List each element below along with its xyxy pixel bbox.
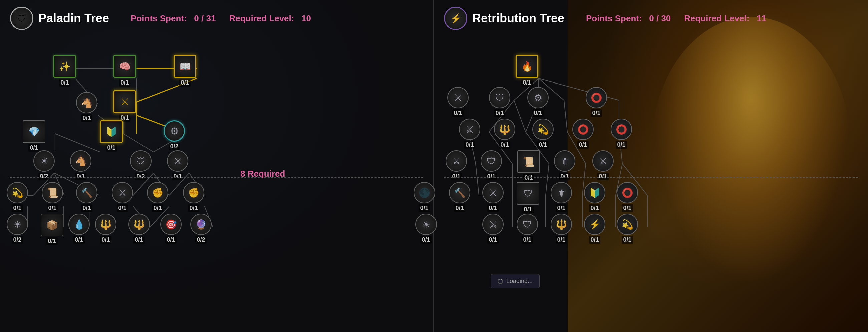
retrib-r18-icon[interactable]: ⚔	[482, 182, 503, 203]
retrib-node-r19[interactable]: 🛡 0/1	[517, 182, 539, 214]
retrib-r17-icon[interactable]: 🔨	[449, 182, 470, 203]
paladin-node-p5[interactable]: 🐴 0/1	[76, 92, 97, 122]
paladin-p11-icon[interactable]: 🛡	[130, 150, 152, 172]
paladin-p19-icon[interactable]: ☀	[7, 214, 28, 235]
retrib-r23-icon[interactable]: ☀	[415, 214, 437, 235]
retrib-node-r14[interactable]: 🗡 0/1	[554, 150, 575, 181]
paladin-p23-icon[interactable]: 🔱	[128, 214, 150, 235]
paladin-p18-icon[interactable]: ✊	[183, 182, 204, 203]
paladin-p22-icon[interactable]: 🔱	[95, 214, 117, 235]
retrib-r5-icon[interactable]: ⭕	[586, 87, 607, 108]
paladin-node-p23[interactable]: 🔱 0/1	[128, 214, 150, 244]
retrib-node-r10b[interactable]: ⭕ 0/1	[611, 118, 632, 149]
paladin-p10-icon[interactable]: 🐴	[70, 150, 91, 172]
paladin-node-p14[interactable]: 📜 0/1	[42, 182, 63, 212]
retrib-r13-icon[interactable]: 📜	[517, 150, 540, 173]
paladin-node-p24[interactable]: 🎯 0/1	[160, 214, 182, 244]
retrib-node-r4[interactable]: ⚙ 0/1	[527, 87, 549, 117]
paladin-p21-icon[interactable]: 💧	[68, 214, 90, 235]
retrib-r28-icon[interactable]: 💫	[617, 214, 638, 235]
paladin-node-p18[interactable]: ✊ 0/1	[183, 182, 204, 212]
retrib-r19-icon[interactable]: 🛡	[517, 182, 539, 205]
paladin-p1-icon[interactable]: ✨	[53, 55, 76, 78]
retrib-node-r27[interactable]: ⚡ 0/1	[584, 214, 606, 244]
paladin-node-p8[interactable]: ⚙ 0/2	[163, 120, 185, 150]
retrib-r3-icon[interactable]: 🛡	[489, 87, 510, 108]
retrib-node-r16[interactable]: 🌑 0/1	[414, 182, 435, 212]
retrib-node-r15[interactable]: ⚔ 0/1	[592, 150, 614, 181]
retrib-node-r3[interactable]: 🛡 0/1	[489, 87, 510, 117]
retrib-r8-icon[interactable]: 🔱	[494, 118, 515, 140]
retrib-node-r5[interactable]: ⭕ 0/1	[586, 87, 607, 117]
retrib-r25-icon[interactable]: 🛡	[517, 214, 538, 235]
paladin-p7-icon[interactable]: 🔰	[100, 120, 123, 143]
paladin-p12-icon[interactable]: ⚔	[167, 150, 188, 172]
retrib-r20-icon[interactable]: 🗡	[551, 182, 572, 203]
retrib-node-r28[interactable]: 💫 0/1	[617, 214, 638, 244]
retrib-node-r12[interactable]: 🛡 0/1	[480, 150, 502, 181]
retrib-r21-icon[interactable]: 🔰	[584, 182, 606, 203]
retrib-node-r26[interactable]: 🔱 0/1	[551, 214, 572, 244]
retrib-node-r23[interactable]: ☀ 0/1	[415, 214, 437, 244]
retrib-node-r25[interactable]: 🛡 0/1	[517, 214, 538, 244]
retrib-r26-icon[interactable]: 🔱	[551, 214, 572, 235]
paladin-p5-icon[interactable]: 🐴	[76, 92, 97, 113]
paladin-node-p15[interactable]: 🔨 0/1	[76, 182, 97, 212]
retrib-r16-icon[interactable]: 🌑	[414, 182, 435, 203]
paladin-node-p19[interactable]: ☀ 0/2	[7, 214, 28, 244]
paladin-node-p1[interactable]: ✨ 0/1	[53, 55, 76, 86]
paladin-node-p17[interactable]: ✊ 0/1	[147, 182, 168, 212]
retrib-r12-icon[interactable]: 🛡	[480, 150, 502, 172]
retrib-r1-icon[interactable]: 🔥	[516, 55, 538, 78]
paladin-p6-icon[interactable]: 💎	[23, 120, 45, 143]
paladin-node-p2[interactable]: 🧠 0/1	[114, 55, 136, 86]
paladin-node-p22[interactable]: 🔱 0/1	[95, 214, 117, 244]
paladin-p24-icon[interactable]: 🎯	[160, 214, 182, 235]
retrib-node-r18[interactable]: ⚔ 0/1	[482, 182, 503, 212]
retrib-r24-icon[interactable]: ⚔	[482, 214, 503, 235]
retrib-r15-icon[interactable]: ⚔	[592, 150, 614, 172]
paladin-p20-icon[interactable]: 📦	[41, 214, 63, 237]
retrib-node-r7[interactable]: ⚔ 0/1	[459, 118, 480, 149]
retrib-r4-icon[interactable]: ⚙	[527, 87, 549, 108]
paladin-p9-icon[interactable]: ☀	[33, 150, 55, 172]
paladin-p16-icon[interactable]: ⚔	[112, 182, 133, 203]
retrib-r22-icon[interactable]: ⭕	[617, 182, 638, 203]
retrib-r7-icon[interactable]: ⚔	[459, 118, 480, 140]
paladin-p13-icon[interactable]: 💫	[7, 182, 28, 203]
retrib-node-r10[interactable]: ⭕ 0/1	[572, 118, 594, 149]
retrib-node-r11[interactable]: ⚔ 0/1	[445, 150, 467, 181]
paladin-node-p9[interactable]: ☀ 0/2	[33, 150, 55, 181]
paladin-node-p10[interactable]: 🐴 0/1	[70, 150, 91, 181]
retrib-r2-icon[interactable]: ⚔	[447, 87, 469, 108]
paladin-node-p20[interactable]: 📦 0/1	[41, 214, 63, 245]
retrib-r10-icon[interactable]: ⭕	[572, 118, 594, 140]
retrib-r11-icon[interactable]: ⚔	[445, 150, 467, 172]
retrib-node-r22[interactable]: ⭕ 0/1	[617, 182, 638, 212]
paladin-node-p13[interactable]: 💫 0/1	[7, 182, 28, 212]
retrib-node-r8[interactable]: 🔱 0/1	[494, 118, 515, 149]
retrib-r9-icon[interactable]: 💫	[532, 118, 554, 140]
retrib-node-r17[interactable]: 🔨 0/1	[449, 182, 470, 212]
retrib-r27-icon[interactable]: ⚡	[584, 214, 606, 235]
paladin-p17-icon[interactable]: ✊	[147, 182, 168, 203]
retrib-r14-icon[interactable]: 🗡	[554, 150, 575, 172]
retrib-node-r9[interactable]: 💫 0/1	[532, 118, 554, 149]
retrib-node-r1[interactable]: 🔥 0/1	[516, 55, 538, 86]
paladin-node-p3[interactable]: 📖 0/1	[174, 55, 196, 86]
paladin-p14-icon[interactable]: 📜	[42, 182, 63, 203]
paladin-p8-icon[interactable]: ⚙	[163, 120, 185, 142]
paladin-node-p7[interactable]: 🔰 0/1	[100, 120, 123, 151]
paladin-node-p11[interactable]: 🛡 0/2	[130, 150, 152, 181]
retrib-node-r21[interactable]: 🔰 0/1	[584, 182, 606, 212]
paladin-node-p6[interactable]: 💎 0/1	[23, 120, 45, 151]
paladin-p4-icon[interactable]: ⚔	[114, 90, 136, 113]
paladin-p2-icon[interactable]: 🧠	[114, 55, 136, 78]
paladin-node-p25[interactable]: 🔮 0/2	[190, 214, 212, 244]
paladin-node-p21[interactable]: 💧 0/1	[68, 214, 90, 244]
retrib-node-r2[interactable]: ⚔ 0/1	[447, 87, 469, 117]
paladin-p3-icon[interactable]: 📖	[174, 55, 196, 78]
retrib-r10b-icon[interactable]: ⭕	[611, 118, 632, 140]
paladin-node-p4[interactable]: ⚔ 0/1	[114, 90, 136, 121]
retrib-node-r24[interactable]: ⚔ 0/1	[482, 214, 503, 244]
